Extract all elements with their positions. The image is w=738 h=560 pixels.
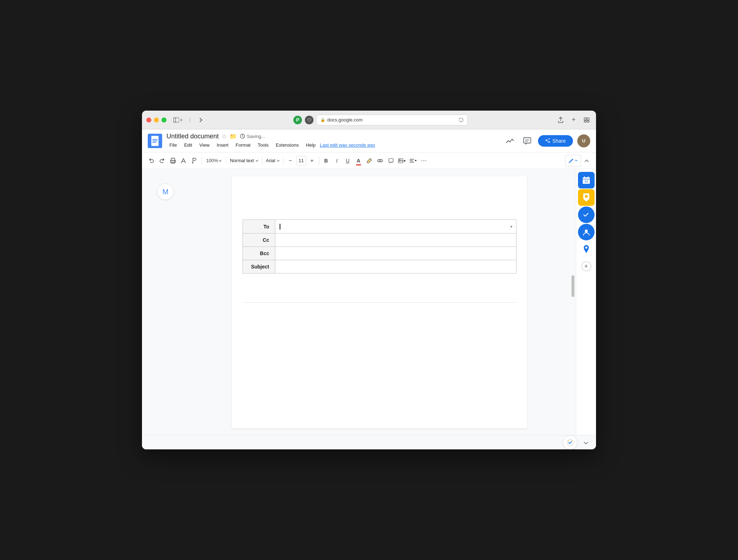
svg-rect-21 [389,159,393,162]
menu-tools[interactable]: Tools [255,141,271,149]
font-size-control: − + [285,155,317,166]
sidebar-keep-item[interactable] [578,189,595,206]
refresh-icon[interactable] [459,117,464,123]
paragraph-style-select[interactable]: Normal text [228,155,260,166]
folder-icon[interactable]: 📁 [230,133,237,140]
bcc-input-cell[interactable] [275,247,516,260]
bold-button[interactable]: B [321,155,331,166]
text-color-button[interactable]: A [354,155,364,166]
svg-rect-5 [587,121,589,122]
more-button[interactable]: ⋯ [419,155,429,166]
email-form-table: To ▾ Cc Bcc Subje [243,219,516,274]
docs-page: To ▾ Cc Bcc Subje [232,176,527,428]
svg-rect-2 [584,118,586,120]
font-size-input[interactable] [296,156,306,165]
image-button[interactable] [397,155,407,166]
svg-point-31 [585,195,588,198]
maximize-button[interactable] [161,117,166,123]
tabs-button[interactable] [582,115,592,125]
address-bar[interactable]: 🔒 docs.google.com [316,115,468,125]
sidebar-calendar-item[interactable]: 31 [578,172,595,188]
user-avatar[interactable]: U [577,134,590,147]
new-tab-button[interactable]: + [569,115,579,125]
editing-mode-button[interactable] [565,155,581,166]
to-row: To ▾ [243,220,516,234]
font-size-increase-button[interactable]: + [307,155,317,166]
docs-logo [148,134,162,148]
spelling-button[interactable] [179,155,189,166]
collapse-toolbar-button[interactable] [582,155,592,166]
divider-3 [262,157,262,165]
menu-edit[interactable]: Edit [181,141,195,149]
comments-button[interactable] [521,134,534,147]
page-body-area[interactable] [232,303,527,375]
docs-toolbar: 100% Normal text Arial − + B I U A [142,152,596,169]
menu-format[interactable]: Format [233,141,253,149]
svg-text:31: 31 [584,180,588,183]
link-button[interactable] [375,155,385,166]
menu-file[interactable]: File [166,141,180,149]
menu-extensions[interactable]: Extensions [273,141,302,149]
privacy-extension-icon[interactable]: P [293,116,302,124]
sidebar-toggle-button[interactable] [172,115,184,125]
scrollbar-thumb[interactable] [572,275,574,297]
italic-button[interactable]: I [332,155,342,166]
docs-page-area[interactable]: To ▾ Cc Bcc Subje [189,169,570,435]
saving-icon [240,133,245,139]
menu-insert[interactable]: Insert [214,141,231,149]
assistant-icon [566,439,574,446]
sidebar-tasks-item[interactable] [578,206,595,223]
shield-extension-icon[interactable]: 🛡 [305,116,314,124]
docs-appbar-right: Share U [503,134,590,147]
tasks-icon [582,211,590,219]
scrollbar-area [570,169,576,435]
menu-help[interactable]: Help [303,141,319,149]
svg-point-23 [399,159,400,160]
trending-button[interactable] [503,134,516,147]
sidebar-add-item[interactable]: + [581,261,591,271]
forward-button[interactable] [196,115,205,125]
font-size-decrease-button[interactable]: − [285,155,295,166]
highlight-button[interactable] [364,155,374,166]
url-text: docs.google.com [327,117,363,123]
subject-row: Subject [243,260,516,274]
svg-rect-0 [173,118,175,122]
to-dropdown-icon[interactable]: ▾ [510,224,512,229]
assistant-button[interactable] [563,435,577,450]
share-page-button[interactable] [556,115,566,125]
underline-button[interactable]: U [343,155,353,166]
docs-bottom-bar [142,435,596,449]
zoom-control[interactable]: 100% [204,155,224,166]
sidebar-contacts-item[interactable] [578,224,595,240]
subject-input-cell[interactable] [275,260,516,274]
add-addon-button[interactable]: + [581,261,591,271]
star-icon[interactable]: ☆ [222,133,227,140]
back-button[interactable] [185,115,195,125]
document-title[interactable]: Untitled document [166,133,219,140]
gmail-addon-icon[interactable]: M [157,183,174,200]
align-button[interactable] [408,155,418,166]
expand-button[interactable] [580,437,592,448]
comment-button[interactable] [386,155,396,166]
docs-sidebar-left: M [142,169,189,435]
sidebar-maps-item[interactable] [578,241,595,258]
font-select[interactable]: Arial [264,155,281,166]
paint-format-button[interactable] [190,155,200,166]
divider-5 [319,157,319,165]
close-button[interactable] [146,117,151,123]
bcc-row: Bcc [243,247,516,260]
share-button[interactable]: Share [538,135,573,147]
last-edit-link[interactable]: Last edit was seconds ago [320,142,375,148]
undo-button[interactable] [146,155,156,166]
print-button[interactable] [168,155,178,166]
minimize-button[interactable] [154,117,159,123]
redo-button[interactable] [157,155,167,166]
docs-menu: File Edit View Insert Format Tools Exten… [166,141,499,149]
cc-input-cell[interactable] [275,234,516,247]
svg-point-19 [174,161,175,161]
to-input-cell[interactable]: ▾ [275,220,516,234]
svg-rect-1 [173,118,179,122]
menu-view[interactable]: View [196,141,212,149]
browser-actions: + [556,115,592,125]
cc-row: Cc [243,234,516,247]
